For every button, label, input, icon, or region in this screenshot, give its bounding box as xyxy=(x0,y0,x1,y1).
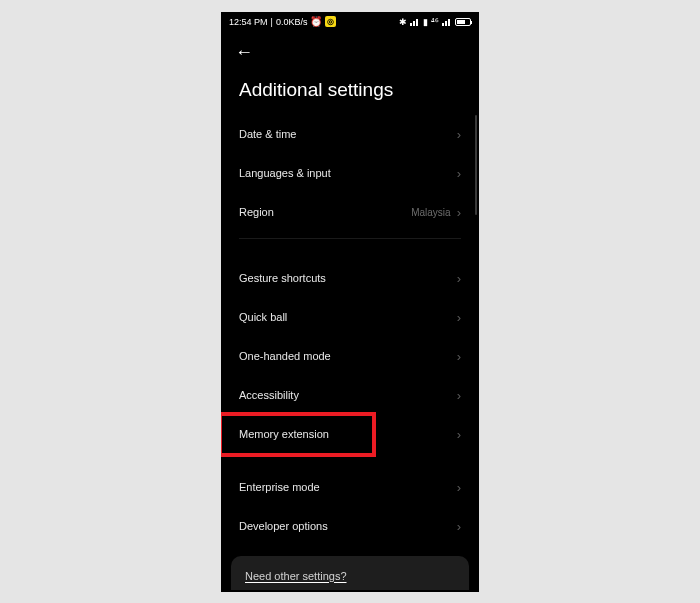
section-gap xyxy=(221,454,479,468)
row-label: Date & time xyxy=(239,128,296,140)
battery-icon xyxy=(455,18,471,26)
signal-icon-2 xyxy=(442,18,452,26)
scroll-area[interactable]: Date & time › Languages & input › Region… xyxy=(221,115,479,590)
status-right: ✱ ▮ ⁴⁶ xyxy=(399,17,471,27)
row-quick-ball[interactable]: Quick ball › xyxy=(221,298,479,337)
chevron-right-icon: › xyxy=(457,205,461,220)
row-developer-options[interactable]: Developer options › xyxy=(221,507,479,546)
divider xyxy=(239,238,461,239)
row-one-handed-mode[interactable]: One-handed mode › xyxy=(221,337,479,376)
row-label: Enterprise mode xyxy=(239,481,320,493)
battery-fill xyxy=(457,20,465,24)
row-memory-extension[interactable]: Memory extension › xyxy=(221,415,479,454)
status-separator: | xyxy=(271,17,273,27)
row-region[interactable]: Region Malaysia › xyxy=(221,193,479,232)
section-gap xyxy=(221,245,479,259)
chevron-right-icon: › xyxy=(457,349,461,364)
chevron-right-icon: › xyxy=(457,271,461,286)
row-value: Malaysia xyxy=(411,207,450,218)
status-left: 12:54 PM | 0.0KB/s ⏰ ◎ xyxy=(229,16,336,27)
row-accessibility[interactable]: Accessibility › xyxy=(221,376,479,415)
row-label: Developer options xyxy=(239,520,328,532)
row-gesture-shortcuts[interactable]: Gesture shortcuts › xyxy=(221,259,479,298)
chevron-right-icon: › xyxy=(457,127,461,142)
status-time: 12:54 PM xyxy=(229,17,268,27)
row-label: Quick ball xyxy=(239,311,287,323)
row-languages-input[interactable]: Languages & input › xyxy=(221,154,479,193)
status-netspeed: 0.0KB/s xyxy=(276,17,308,27)
sim-badge-icon: ▮ xyxy=(423,17,428,27)
bottom-help-card[interactable]: Need other settings? xyxy=(231,556,469,590)
back-button[interactable]: ← xyxy=(235,42,253,63)
row-label: Region xyxy=(239,206,274,218)
signal-icon xyxy=(410,18,420,26)
chevron-right-icon: › xyxy=(457,166,461,181)
row-enterprise-mode[interactable]: Enterprise mode › xyxy=(221,468,479,507)
alarm-icon: ⏰ xyxy=(310,16,322,27)
notification-badge-icon: ◎ xyxy=(325,16,336,27)
row-label: Accessibility xyxy=(239,389,299,401)
chevron-right-icon: › xyxy=(457,519,461,534)
row-label: Memory extension xyxy=(239,428,329,440)
status-bar: 12:54 PM | 0.0KB/s ⏰ ◎ ✱ ▮ ⁴⁶ xyxy=(221,12,479,32)
chevron-right-icon: › xyxy=(457,388,461,403)
page-title: Additional settings xyxy=(221,69,479,115)
signal-4g-text: ⁴⁶ xyxy=(431,17,439,27)
chevron-right-icon: › xyxy=(457,427,461,442)
phone-screen: 12:54 PM | 0.0KB/s ⏰ ◎ ✱ ▮ ⁴⁶ ← Addition… xyxy=(221,12,479,592)
header-row: ← xyxy=(221,32,479,69)
row-label: Languages & input xyxy=(239,167,331,179)
bottom-help-text: Need other settings? xyxy=(245,570,347,582)
chevron-right-icon: › xyxy=(457,310,461,325)
row-date-time[interactable]: Date & time › xyxy=(221,115,479,154)
row-label: One-handed mode xyxy=(239,350,331,362)
chevron-right-icon: › xyxy=(457,480,461,495)
bluetooth-icon: ✱ xyxy=(399,17,407,27)
row-label: Gesture shortcuts xyxy=(239,272,326,284)
